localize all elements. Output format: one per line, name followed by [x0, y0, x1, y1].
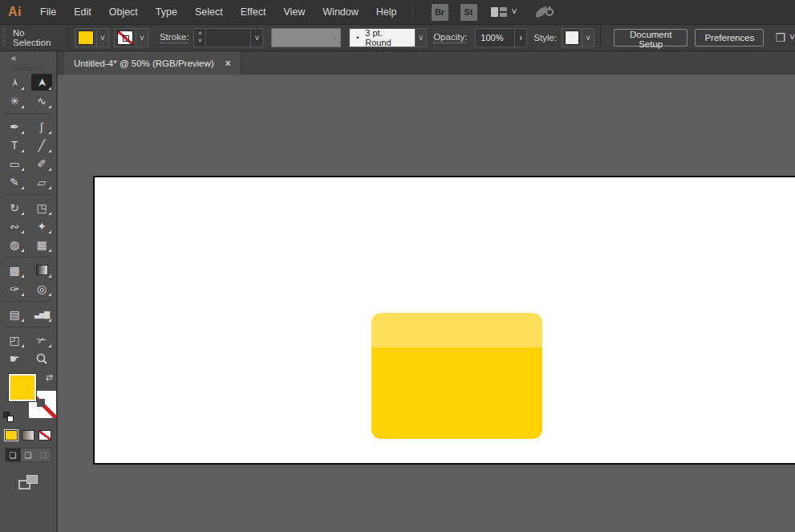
select-similar-icon[interactable]: ❒ — [775, 31, 785, 44]
selection-tool-icon: ➢ — [8, 78, 21, 87]
puppet-warp-tool[interactable]: ✦ — [31, 217, 52, 234]
menu-select[interactable]: Select — [186, 0, 232, 24]
blend-icon: ◎ — [37, 282, 47, 295]
chevron-down-icon[interactable]: ˅ — [415, 29, 426, 47]
stroke-label[interactable]: Stroke: — [160, 32, 189, 43]
color-mode-row — [5, 430, 51, 441]
document-tab[interactable]: Untitled-4* @ 50% (RGB/Preview) × — [64, 51, 241, 75]
sync-icon[interactable] — [535, 5, 554, 19]
draw-normal-button[interactable]: ❏ — [6, 449, 21, 461]
chevron-down-icon[interactable]: ˅ — [789, 33, 795, 43]
menu-window[interactable]: Window — [314, 0, 367, 24]
menu-object[interactable]: Object — [100, 0, 147, 24]
illustrator-logo: Ai — [8, 5, 22, 19]
direct-selection-tool[interactable]: ➤ — [31, 74, 52, 91]
brush-dot-icon: • — [356, 34, 359, 42]
type-tool[interactable]: T — [4, 136, 25, 153]
pen-tool[interactable]: ✒ — [4, 118, 25, 135]
eyedropper-tool[interactable]: ✑ — [4, 280, 25, 297]
default-fill-stroke-icon[interactable] — [3, 412, 14, 422]
menu-type[interactable]: Type — [147, 0, 186, 24]
stroke-weight-value[interactable] — [206, 29, 250, 47]
line-segment-tool[interactable]: ╱ — [31, 136, 52, 153]
panel-grip[interactable] — [2, 28, 6, 47]
workspace-switcher-icon[interactable] — [491, 6, 507, 18]
canvas[interactable] — [58, 75, 795, 532]
workspace-chevron-icon[interactable]: ˅ — [512, 7, 517, 17]
slice-tool[interactable]: ✃ — [31, 331, 52, 348]
rotate-tool[interactable]: ↻ — [4, 199, 25, 216]
menu-view[interactable]: View — [274, 0, 314, 24]
perspective-grid-icon: ▦ — [36, 238, 47, 251]
bridge-button[interactable]: Br — [432, 4, 448, 21]
opacity-value[interactable]: 100% — [476, 29, 514, 47]
scale-tool[interactable]: ◳ — [31, 199, 52, 216]
fill-color-dropdown[interactable]: ˅ — [75, 28, 109, 47]
graphic-style-dropdown[interactable]: ˅ — [562, 28, 594, 47]
stroke-weight-control[interactable]: ˄˅ ˅ — [193, 28, 263, 47]
line-segment-icon: ╱ — [39, 139, 45, 152]
draw-inside-button[interactable]: ❏ — [36, 449, 51, 461]
change-screen-mode-icon[interactable] — [18, 475, 38, 489]
artboard-tool[interactable]: ◰ — [4, 331, 25, 348]
blend-tool[interactable]: ◎ — [31, 280, 52, 297]
brush-style-dropdown[interactable]: • 3 pt. Round ˅ — [349, 28, 427, 47]
perspective-grid-tool[interactable]: ▦ — [31, 236, 52, 253]
collapse-panel-icon[interactable]: « — [11, 54, 16, 63]
lasso-tool[interactable]: ∿ — [31, 92, 52, 109]
chevron-down-icon[interactable]: ˅ — [96, 29, 108, 47]
stock-button[interactable]: St — [460, 4, 477, 21]
stroke-none-swatch[interactable] — [117, 30, 133, 45]
direct-selection-tool-icon: ➤ — [35, 78, 48, 87]
menu-file[interactable]: File — [31, 0, 65, 24]
symbol-sprayer-tool[interactable]: ▤ — [4, 306, 25, 323]
tool-divider — [5, 327, 51, 327]
none-button[interactable] — [39, 430, 51, 441]
column-graph-tool[interactable]: ▃▅▇ — [31, 306, 52, 323]
slice-icon: ✃ — [37, 334, 47, 347]
rectangle-tool[interactable]: ▭ — [4, 155, 25, 172]
illustrator-window: Ai File Edit Object Type Select Effect V… — [0, 0, 795, 532]
drawing-modes: ❏ ❏ ❏ — [5, 448, 52, 462]
zoom-tool[interactable] — [31, 350, 52, 367]
gradient-button[interactable] — [22, 430, 34, 441]
tool-divider — [5, 301, 51, 302]
width-tool[interactable]: ∾ — [4, 217, 25, 234]
type-icon: T — [11, 139, 18, 152]
color-button[interactable] — [5, 430, 18, 441]
opacity-label[interactable]: Opacity: — [433, 32, 467, 43]
mesh-tool[interactable]: ▩ — [4, 262, 25, 278]
draw-behind-button[interactable]: ❏ — [21, 449, 36, 461]
panel-grip[interactable] — [14, 67, 42, 71]
opacity-control[interactable]: 100% › — [475, 28, 527, 47]
shape-builder-tool[interactable]: ◍ — [4, 236, 25, 253]
eraser-tool[interactable]: ▱ — [31, 173, 52, 190]
rounded-rectangle-shape[interactable] — [371, 313, 542, 439]
swap-fill-stroke-icon[interactable]: ⇄ — [46, 372, 53, 383]
chevron-down-icon[interactable]: ˅ — [136, 29, 148, 47]
selection-tool[interactable]: ➢ — [4, 74, 25, 91]
artboard[interactable] — [93, 176, 795, 465]
stroke-color-dropdown[interactable]: ˅ — [114, 28, 148, 47]
hand-tool[interactable]: ☛ — [4, 350, 25, 367]
opacity-arrow-icon[interactable]: › — [514, 29, 526, 47]
menu-edit[interactable]: Edit — [65, 0, 100, 24]
curvature-tool[interactable]: ∫ — [31, 118, 52, 135]
divider — [68, 27, 69, 48]
menu-effect[interactable]: Effect — [232, 0, 275, 24]
stroke-weight-stepper[interactable]: ˄˅ — [194, 29, 206, 47]
chevron-down-icon[interactable]: ˅ — [250, 29, 262, 47]
shaper-tool[interactable]: ✎ — [4, 173, 25, 190]
fill-color-swatch[interactable] — [78, 30, 94, 45]
document-setup-button[interactable]: Document Setup — [614, 29, 688, 47]
paintbrush-tool[interactable]: ✐ — [31, 155, 52, 172]
curvature-icon: ∫ — [40, 120, 43, 133]
fill-indicator[interactable] — [9, 374, 36, 401]
magic-wand-tool[interactable]: ✳ — [4, 92, 25, 109]
menu-help[interactable]: Help — [367, 0, 406, 24]
preferences-button[interactable]: Preferences — [695, 29, 764, 47]
gradient-tool[interactable] — [31, 262, 52, 278]
graphic-style-swatch[interactable] — [565, 30, 579, 45]
close-tab-icon[interactable]: × — [225, 58, 231, 69]
chevron-down-icon[interactable]: ˅ — [582, 29, 594, 47]
